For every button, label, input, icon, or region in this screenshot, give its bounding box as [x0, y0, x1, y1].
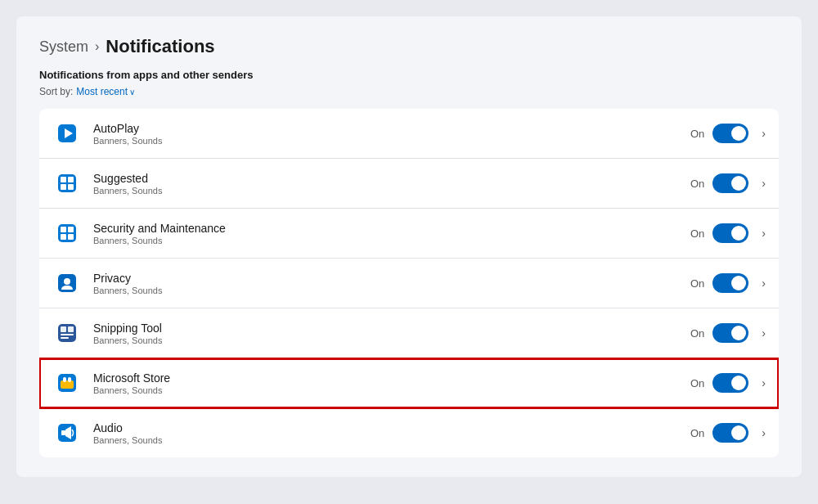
audio-chevron-right: › — [762, 426, 766, 439]
privacy-sub: Banners, Sounds — [93, 286, 690, 295]
snipping-info: Snipping ToolBanners, Sounds — [93, 322, 690, 345]
svg-rect-24 — [61, 430, 65, 435]
svg-rect-5 — [61, 184, 66, 190]
suggested-sub: Banners, Sounds — [93, 186, 690, 196]
autoplay-chevron-right: › — [762, 127, 766, 140]
app-list: AutoPlayBanners, SoundsOn›SuggestedBanne… — [39, 109, 779, 457]
chevron-down-icon: ∨ — [129, 88, 135, 97]
page-title: Notifications — [106, 36, 214, 57]
audio-toggle[interactable] — [712, 423, 748, 443]
suggested-icon — [52, 169, 82, 198]
svg-rect-11 — [68, 234, 74, 240]
snipping-status: On — [690, 327, 704, 340]
svg-rect-18 — [61, 337, 69, 339]
privacy-status: On — [690, 277, 704, 290]
autoplay-info: AutoPlayBanners, Sounds — [93, 122, 690, 146]
suggested-chevron-right: › — [762, 177, 766, 190]
security-status: On — [690, 227, 704, 240]
microsoft-store-sub: Banners, Sounds — [93, 385, 690, 395]
privacy-chevron-right: › — [762, 277, 766, 290]
autoplay-controls: On› — [690, 124, 766, 143]
snipping-controls: On› — [690, 323, 766, 343]
section-title: Notifications from apps and other sender… — [39, 69, 779, 81]
svg-point-13 — [64, 278, 70, 285]
app-row-privacy[interactable]: PrivacyBanners, SoundsOn› — [39, 259, 779, 308]
snipping-sub: Banners, Sounds — [93, 335, 690, 345]
snipping-chevron-right: › — [762, 326, 766, 340]
svg-rect-3 — [61, 177, 66, 182]
microsoft-store-chevron-right: › — [762, 376, 766, 389]
svg-rect-21 — [63, 377, 66, 382]
app-row-audio[interactable]: AudioBanners, SoundsOn› — [39, 408, 779, 457]
privacy-controls: On› — [690, 273, 766, 293]
snipping-icon — [52, 318, 82, 348]
svg-rect-20 — [61, 380, 74, 389]
audio-sub: Banners, Sounds — [93, 435, 690, 445]
suggested-name: Suggested — [93, 172, 690, 185]
security-sub: Banners, Sounds — [93, 236, 690, 245]
app-row-suggested[interactable]: SuggestedBanners, SoundsOn› — [39, 159, 779, 209]
svg-rect-15 — [61, 326, 66, 332]
autoplay-toggle[interactable] — [712, 124, 748, 143]
security-toggle[interactable] — [712, 223, 748, 243]
audio-controls: On› — [690, 423, 766, 443]
sort-value-label: Most recent — [76, 86, 128, 97]
security-name: Security and Maintenance — [93, 222, 690, 235]
settings-page: System › Notifications Notifications fro… — [16, 16, 802, 477]
privacy-name: Privacy — [93, 272, 690, 285]
app-row-security[interactable]: Security and MaintenanceBanners, SoundsO… — [39, 209, 779, 259]
suggested-controls: On› — [690, 173, 766, 193]
audio-name: Audio — [93, 421, 690, 434]
privacy-toggle[interactable] — [712, 273, 748, 293]
autoplay-status: On — [690, 128, 704, 140]
microsoft-store-name: Microsoft Store — [93, 371, 690, 385]
audio-status: On — [690, 427, 704, 439]
svg-rect-9 — [68, 227, 74, 232]
security-chevron-right: › — [762, 227, 766, 240]
svg-rect-10 — [61, 234, 66, 240]
privacy-info: PrivacyBanners, Sounds — [93, 272, 690, 295]
suggested-status: On — [690, 178, 704, 190]
app-row-microsoft-store[interactable]: Microsoft StoreBanners, SoundsOn› — [39, 358, 779, 408]
suggested-info: SuggestedBanners, Sounds — [93, 172, 690, 196]
app-row-snipping[interactable]: Snipping ToolBanners, SoundsOn› — [39, 308, 779, 358]
security-controls: On› — [690, 223, 766, 243]
sort-dropdown[interactable]: Most recent ∨ — [76, 86, 135, 97]
security-icon — [52, 218, 82, 248]
suggested-toggle[interactable] — [712, 173, 748, 193]
audio-info: AudioBanners, Sounds — [93, 421, 690, 445]
snipping-toggle[interactable] — [712, 323, 748, 343]
autoplay-name: AutoPlay — [93, 122, 690, 135]
microsoft-store-status: On — [690, 377, 704, 389]
app-row-autoplay[interactable]: AutoPlayBanners, SoundsOn› — [39, 109, 779, 159]
breadcrumb: System › Notifications — [39, 36, 779, 57]
security-info: Security and MaintenanceBanners, Sounds — [93, 222, 690, 245]
svg-rect-22 — [68, 377, 71, 382]
svg-rect-4 — [68, 177, 74, 182]
svg-rect-8 — [61, 227, 66, 232]
svg-rect-17 — [61, 334, 74, 335]
microsoft-store-controls: On› — [690, 373, 766, 393]
sort-bar: Sort by: Most recent ∨ — [39, 86, 779, 97]
autoplay-sub: Banners, Sounds — [93, 136, 690, 146]
autoplay-icon — [52, 119, 82, 148]
microsoft-store-info: Microsoft StoreBanners, Sounds — [93, 371, 690, 395]
svg-rect-6 — [68, 184, 74, 190]
svg-rect-16 — [68, 326, 74, 332]
audio-icon — [52, 418, 82, 448]
snipping-name: Snipping Tool — [93, 322, 690, 335]
system-label[interactable]: System — [39, 38, 88, 56]
microsoft-store-icon — [52, 368, 82, 398]
microsoft-store-toggle[interactable] — [712, 373, 748, 393]
breadcrumb-chevron: › — [95, 39, 99, 54]
privacy-icon — [52, 268, 82, 298]
sort-by-label: Sort by: — [39, 86, 73, 97]
